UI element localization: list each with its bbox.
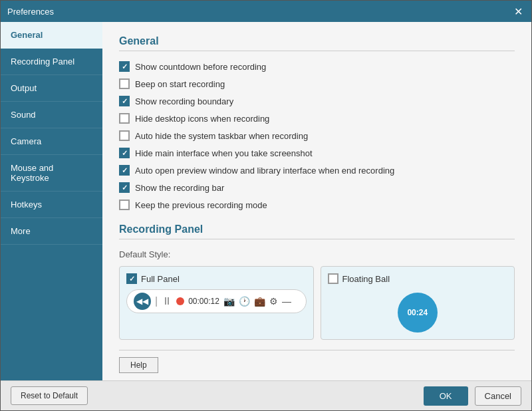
checkbox-row-4: Auto hide the system taskbar when record… [119, 130, 515, 141]
checkbox-label-3: Hide desktop icons when recording [135, 114, 269, 124]
checkbox-row-1: Beep on start recording [119, 78, 515, 89]
mini-gear-icon[interactable]: ⚙ [269, 296, 278, 307]
reset-button[interactable]: Reset to Default [11, 386, 88, 405]
sidebar-item-camera[interactable]: Camera [1, 128, 102, 155]
mini-sep-1: | [155, 295, 158, 307]
mini-back-btn[interactable]: ◀◀ [134, 293, 151, 310]
section-title: General [119, 35, 515, 51]
mini-clock-icon[interactable]: 🕐 [239, 296, 250, 307]
checkbox-5[interactable] [119, 148, 130, 158]
recording-panel-title: Recording Panel [119, 223, 515, 239]
checkbox-8[interactable] [119, 200, 130, 210]
checkbox-label-6: Auto open preview window and library int… [135, 166, 394, 176]
mini-time: 00:00:12 [188, 297, 219, 306]
mini-folder-icon[interactable]: 💼 [254, 296, 265, 307]
floating-ball-header: Floating Ball [328, 273, 508, 284]
sidebar-item-mouse-keystroke[interactable]: Mouse and Keystroke [1, 155, 102, 192]
full-panel-label: Full Panel [141, 274, 180, 284]
full-panel-checkbox[interactable] [126, 273, 137, 284]
bottom-bar: Reset to Default OK Cancel [1, 380, 531, 410]
sidebar-item-more[interactable]: More [1, 218, 102, 245]
sidebar-item-general[interactable]: General [1, 22, 102, 49]
checkbox-label-0: Show countdown before recording [135, 62, 266, 72]
preferences-window: Preferences ✕ General Recording Panel Ou… [0, 0, 532, 411]
help-button[interactable]: Help [119, 357, 158, 373]
sidebar-item-sound[interactable]: Sound [1, 102, 102, 128]
full-panel-option[interactable]: Full Panel ◀◀ | ⏸ 00:00:12 📷 🕐 💼 ⚙ [119, 266, 314, 340]
checkbox-1[interactable] [119, 78, 130, 89]
checkbox-row-7: Show the recording bar [119, 182, 515, 193]
checkbox-label-7: Show the recording bar [135, 183, 224, 193]
panel-options: Full Panel ◀◀ | ⏸ 00:00:12 📷 🕐 💼 ⚙ [119, 266, 515, 340]
floating-ball-checkbox[interactable] [328, 273, 338, 284]
floating-ball-label: Floating Ball [342, 274, 390, 284]
checkbox-row-0: Show countdown before recording [119, 61, 515, 72]
default-style-label: Default Style: [119, 249, 515, 259]
checkbox-label-8: Keep the previous recording mode [135, 200, 267, 210]
floating-ball-display: 00:24 [398, 293, 438, 333]
recording-panel-section: Recording Panel Default Style: Full Pane… [119, 223, 515, 373]
sidebar-item-output[interactable]: Output [1, 75, 102, 102]
floating-ball-option[interactable]: Floating Ball 00:24 [321, 266, 515, 340]
checkbox-label-1: Beep on start recording [135, 79, 225, 89]
ok-button[interactable]: OK [424, 386, 468, 406]
checkbox-row-2: Show recording boundary [119, 96, 515, 106]
checkbox-row-3: Hide desktop icons when recording [119, 113, 515, 124]
checkbox-2[interactable] [119, 96, 130, 106]
checkbox-label-5: Hide main interface when you take screen… [135, 148, 313, 158]
bottom-right-buttons: OK Cancel [424, 386, 521, 406]
checkbox-6[interactable] [119, 165, 130, 176]
checkbox-7[interactable] [119, 182, 130, 193]
window-title: Preferences [7, 7, 54, 17]
sidebar-item-recording-panel[interactable]: Recording Panel [1, 49, 102, 75]
sidebar-item-hotkeys[interactable]: Hotkeys [1, 192, 102, 218]
mini-rec-dot [176, 297, 184, 305]
title-bar: Preferences ✕ [1, 1, 531, 22]
mini-pause-icon: ⏸ [162, 295, 172, 307]
mini-camera-icon[interactable]: 📷 [223, 296, 235, 307]
mini-toolbar: ◀◀ | ⏸ 00:00:12 📷 🕐 💼 ⚙ — [126, 289, 307, 313]
close-button[interactable]: ✕ [511, 5, 525, 18]
checkbox-row-5: Hide main interface when you take screen… [119, 148, 515, 158]
checkbox-3[interactable] [119, 113, 130, 124]
full-panel-header: Full Panel [126, 273, 307, 284]
checkbox-label-4: Auto hide the system taskbar when record… [135, 131, 308, 141]
main-content: General Recording Panel Output Sound Cam… [1, 22, 531, 380]
cancel-button[interactable]: Cancel [475, 386, 521, 406]
checkbox-row-6: Auto open preview window and library int… [119, 165, 515, 176]
content-area: General Show countdown before recording … [102, 22, 531, 380]
checkbox-label-2: Show recording boundary [135, 96, 233, 106]
sidebar: General Recording Panel Output Sound Cam… [1, 22, 102, 380]
mini-minus-icon[interactable]: — [282, 296, 291, 307]
checkbox-4[interactable] [119, 130, 130, 141]
checkbox-0[interactable] [119, 61, 130, 72]
checkbox-row-8: Keep the previous recording mode [119, 200, 515, 210]
floating-ball-content: 00:24 [328, 289, 508, 333]
help-row: Help [119, 350, 515, 373]
